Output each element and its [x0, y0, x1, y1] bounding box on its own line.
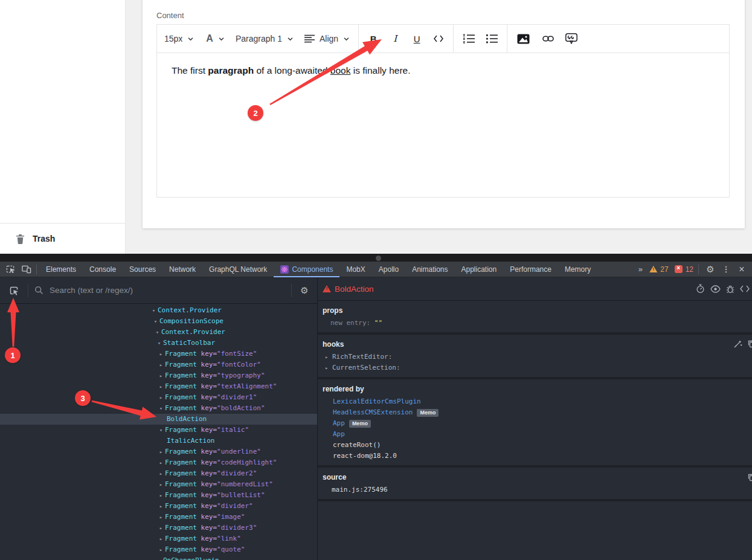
toolbar-divider: [453, 25, 454, 53]
tree-row-fragment[interactable]: ▸Fragment key="quote": [0, 544, 317, 555]
image-icon: [517, 34, 530, 44]
editor-paragraph: The first paragraph of a long-awaited bo…: [172, 65, 715, 76]
selected-component-name: BoldAction: [335, 285, 374, 294]
underline-button[interactable]: U: [410, 30, 424, 48]
screen: Trash Content 15px A Parag: [0, 0, 752, 560]
tree-row-fragment[interactable]: ▸Fragment key="link": [0, 533, 317, 544]
font-color-dropdown[interactable]: A: [206, 33, 225, 44]
tree-row-fragment[interactable]: ▾Fragment key="italic": [0, 425, 317, 436]
tree-row-fragment[interactable]: ▸Fragment key="image": [0, 512, 317, 523]
kebab-menu-icon[interactable]: ⋮: [719, 265, 733, 274]
inspect-dom-eye-icon[interactable]: [710, 285, 721, 293]
tree-row-boldaction[interactable]: BoldAction: [0, 414, 317, 425]
rendered-by-row[interactable]: App: [323, 429, 747, 440]
devtools-tab-console[interactable]: Console: [83, 262, 123, 277]
devtools-tab-components[interactable]: Components: [274, 262, 339, 277]
devtools-resize-handle[interactable]: [0, 254, 752, 262]
prop-row[interactable]: new entry: "": [323, 318, 747, 329]
devtools-tab-mobx[interactable]: MobX: [339, 262, 371, 277]
search-icon: [34, 286, 43, 295]
tree-row-compositionscope[interactable]: ▾CompositionScope: [0, 316, 317, 327]
insert-link-button[interactable]: [541, 30, 555, 48]
tree-row-fragment[interactable]: ▾Fragment key="boldAction": [0, 403, 317, 414]
align-dropdown[interactable]: Align: [304, 34, 350, 43]
rendered-by-row: react-dom@18.2.0: [323, 451, 747, 462]
devtools-tab-animations[interactable]: Animations: [405, 262, 454, 277]
devtools-tab-application[interactable]: Application: [455, 262, 504, 277]
tree-row-fragment[interactable]: ▸Fragment key="bulletList": [0, 490, 317, 501]
link-text[interactable]: book: [330, 65, 351, 76]
toolbar-divider: [358, 25, 359, 53]
tree-row-fragment[interactable]: ▸Fragment key="fontColor": [0, 359, 317, 370]
components-settings-gear-icon[interactable]: ⚙: [298, 285, 311, 296]
rendered-by-row[interactable]: LexicalEditorCmsPlugin: [323, 396, 747, 407]
rich-text-editor: 15px A Paragraph 1: [156, 24, 730, 198]
devtools-tab-memory[interactable]: Memory: [558, 262, 597, 277]
tree-row-fragment[interactable]: ▸Fragment key="divider3": [0, 523, 317, 533]
sidebar-item-trash[interactable]: Trash: [0, 223, 125, 254]
rendered-by-section: rendered by LexicalEditorCmsPluginHeadle…: [318, 379, 752, 468]
more-tabs-button[interactable]: »: [634, 265, 647, 274]
props-section: props new entry: "": [318, 301, 752, 335]
rendered-by-row[interactable]: AppMemo: [323, 418, 747, 429]
devtools-tab-network[interactable]: Network: [162, 262, 202, 277]
devtools-tab-performance[interactable]: Performance: [503, 262, 558, 277]
toolbar-divider: [28, 284, 28, 297]
annotation-badge-3: 3: [75, 390, 91, 406]
devtools-tab-sources[interactable]: Sources: [123, 262, 162, 277]
search-input[interactable]: [50, 286, 285, 295]
devtools-tab-elements[interactable]: Elements: [39, 262, 83, 277]
view-source-icon[interactable]: [740, 285, 750, 292]
parse-hook-names-wand-icon[interactable]: [733, 340, 742, 349]
annotation-badge-2: 2: [248, 105, 263, 121]
tree-row-fragment[interactable]: ▸Fragment key="fontSize": [0, 349, 317, 359]
settings-gear-icon[interactable]: ⚙: [704, 264, 717, 275]
tree-row-context.provider[interactable]: ▾Context.Provider: [0, 327, 317, 338]
close-devtools-button[interactable]: ×: [735, 264, 748, 275]
tree-row-context.provider[interactable]: ▾Context.Provider: [0, 305, 317, 316]
code-button[interactable]: [431, 30, 446, 48]
select-component-button[interactable]: [6, 283, 22, 298]
warnings-count[interactable]: 27: [649, 265, 668, 274]
quote-button[interactable]: [564, 30, 579, 48]
rendered-by-row[interactable]: HeadlessCMSExtensionMemo: [323, 407, 747, 418]
hook-row[interactable]: ▸CurrentSelection:: [325, 362, 747, 373]
component-details-pane: BoldAction: [317, 277, 752, 560]
tree-row-fragment[interactable]: ▸Fragment key="typography": [0, 370, 317, 381]
tree-row-italicaction[interactable]: ItalicAction: [0, 436, 317, 446]
device-toolbar-button[interactable]: [18, 262, 34, 277]
tree-row-fragment[interactable]: ▸Fragment key="codeHighlight": [0, 457, 317, 468]
chevron-down-icon: [343, 36, 350, 42]
tree-row-fragment[interactable]: ▸Fragment key="divider": [0, 501, 317, 512]
debug-bug-icon[interactable]: [726, 285, 734, 294]
editor-content-area[interactable]: The first paragraph of a long-awaited bo…: [157, 53, 729, 197]
devtools-tab-apollo[interactable]: Apollo: [372, 262, 405, 277]
align-label: Align: [320, 34, 338, 43]
tree-row-statictoolbar[interactable]: ▾StaticToolbar: [0, 338, 317, 349]
issues-count[interactable]: 12: [675, 265, 693, 274]
link-icon: [542, 35, 554, 42]
font-size-dropdown[interactable]: 15px: [164, 34, 194, 43]
rendered-by-row: createRoot(): [323, 440, 747, 451]
copy-icon[interactable]: [747, 473, 752, 481]
bullet-list-button[interactable]: [484, 30, 499, 48]
tree-row-fragment[interactable]: ▸Fragment key="numberedList": [0, 479, 317, 490]
cms-sidebar: Trash: [0, 0, 126, 254]
profiler-stopwatch-icon[interactable]: [696, 284, 705, 294]
italic-button[interactable]: I: [388, 30, 402, 48]
hook-row[interactable]: ▸RichTextEditor:: [325, 352, 747, 362]
tree-row-fragment[interactable]: ▸Fragment key="underline": [0, 446, 317, 457]
resize-dot: [376, 256, 381, 261]
devtools-tab-graphql-network[interactable]: GraphQL Network: [202, 262, 274, 277]
block-type-dropdown[interactable]: Paragraph 1: [236, 34, 294, 43]
copy-icon[interactable]: [747, 340, 752, 348]
tree-row-onchangeplugin[interactable]: OnChangePlugin: [0, 555, 317, 560]
tree-row-fragment[interactable]: ▸Fragment key="divider1": [0, 392, 317, 403]
inspect-element-button[interactable]: [2, 262, 18, 277]
component-tree: ▾Context.Provider▾CompositionScope▾Conte…: [0, 304, 317, 560]
numbered-list-button[interactable]: [461, 30, 476, 48]
bold-button[interactable]: B: [366, 30, 381, 48]
insert-image-button[interactable]: [516, 30, 530, 48]
tree-row-fragment[interactable]: ▸Fragment key="divider2": [0, 468, 317, 479]
tree-row-fragment[interactable]: ▸Fragment key="textAlignment": [0, 381, 317, 392]
